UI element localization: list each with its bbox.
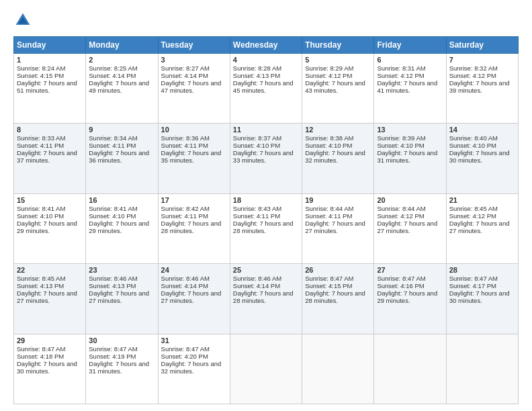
daylight-label: Daylight: 7 hours and 27 minutes. xyxy=(449,220,510,234)
daylight-label: Daylight: 7 hours and 41 minutes. xyxy=(377,79,437,94)
day-number: 19 xyxy=(305,196,371,204)
calendar-cell: 29Sunrise: 8:47 AMSunset: 4:18 PMDayligh… xyxy=(14,334,86,404)
daylight-label: Daylight: 7 hours and 31 minutes. xyxy=(377,149,437,164)
day-number: 27 xyxy=(377,266,443,274)
day-number: 17 xyxy=(161,196,227,204)
day-number: 25 xyxy=(233,266,299,274)
calendar-cell xyxy=(230,334,302,404)
day-number: 2 xyxy=(89,56,154,64)
calendar-cell: 2Sunrise: 8:25 AMSunset: 4:14 PMDaylight… xyxy=(86,54,158,124)
sunset-label: Sunset: 4:10 PM xyxy=(305,142,352,149)
day-number: 16 xyxy=(89,196,154,204)
calendar-week-row: 1Sunrise: 8:24 AMSunset: 4:15 PMDaylight… xyxy=(14,54,519,124)
day-header: Friday xyxy=(374,37,446,54)
sunrise-label: Sunrise: 8:45 AM xyxy=(449,205,498,212)
daylight-label: Daylight: 7 hours and 29 minutes. xyxy=(17,220,77,234)
sunrise-label: Sunrise: 8:34 AM xyxy=(89,134,137,142)
day-number: 30 xyxy=(89,336,154,345)
sunrise-label: Sunrise: 8:24 AM xyxy=(17,64,65,72)
day-number: 3 xyxy=(161,56,227,64)
day-number: 10 xyxy=(161,126,227,134)
day-header: Sunday xyxy=(14,37,86,54)
daylight-label: Daylight: 7 hours and 33 minutes. xyxy=(233,149,294,164)
day-number: 7 xyxy=(449,56,515,64)
calendar-cell: 13Sunrise: 8:39 AMSunset: 4:10 PMDayligh… xyxy=(374,124,446,193)
calendar-cell: 9Sunrise: 8:34 AMSunset: 4:11 PMDaylight… xyxy=(86,124,158,193)
sunrise-label: Sunrise: 8:31 AM xyxy=(377,64,425,72)
calendar-cell: 20Sunrise: 8:44 AMSunset: 4:12 PMDayligh… xyxy=(374,193,446,263)
daylight-label: Daylight: 7 hours and 30 minutes. xyxy=(449,289,510,304)
sunrise-label: Sunrise: 8:47 AM xyxy=(161,345,210,353)
sunrise-label: Sunrise: 8:47 AM xyxy=(377,275,425,282)
day-header: Thursday xyxy=(302,37,374,54)
sunset-label: Sunset: 4:13 PM xyxy=(17,282,64,289)
calendar-header-row: SundayMondayTuesdayWednesdayThursdayFrid… xyxy=(14,37,519,54)
logo xyxy=(13,11,35,30)
sunrise-label: Sunrise: 8:46 AM xyxy=(89,275,137,282)
calendar-cell: 17Sunrise: 8:42 AMSunset: 4:11 PMDayligh… xyxy=(158,193,230,263)
sunset-label: Sunset: 4:11 PM xyxy=(161,142,208,149)
day-number: 1 xyxy=(17,56,83,64)
sunset-label: Sunset: 4:10 PM xyxy=(377,142,424,149)
sunset-label: Sunset: 4:11 PM xyxy=(305,212,352,220)
sunrise-label: Sunrise: 8:47 AM xyxy=(449,275,498,282)
sunrise-label: Sunrise: 8:38 AM xyxy=(305,134,353,142)
daylight-label: Daylight: 7 hours and 28 minutes. xyxy=(233,220,294,234)
daylight-label: Daylight: 7 hours and 47 minutes. xyxy=(161,79,222,94)
sunset-label: Sunset: 4:13 PM xyxy=(89,282,136,289)
sunset-label: Sunset: 4:12 PM xyxy=(377,72,424,79)
sunset-label: Sunset: 4:15 PM xyxy=(17,72,64,79)
sunset-label: Sunset: 4:13 PM xyxy=(233,72,280,79)
sunset-label: Sunset: 4:12 PM xyxy=(449,72,496,79)
sunrise-label: Sunrise: 8:47 AM xyxy=(305,275,353,282)
calendar-cell: 21Sunrise: 8:45 AMSunset: 4:12 PMDayligh… xyxy=(446,193,518,263)
daylight-label: Daylight: 7 hours and 27 minutes. xyxy=(377,220,437,234)
calendar-cell: 18Sunrise: 8:43 AMSunset: 4:11 PMDayligh… xyxy=(230,193,302,263)
daylight-label: Daylight: 7 hours and 28 minutes. xyxy=(233,289,294,304)
sunset-label: Sunset: 4:10 PM xyxy=(233,142,280,149)
calendar-cell: 19Sunrise: 8:44 AMSunset: 4:11 PMDayligh… xyxy=(302,193,374,263)
daylight-label: Daylight: 7 hours and 39 minutes. xyxy=(449,79,510,94)
day-number: 12 xyxy=(305,126,371,134)
day-number: 4 xyxy=(233,56,299,64)
daylight-label: Daylight: 7 hours and 28 minutes. xyxy=(305,289,365,304)
sunrise-label: Sunrise: 8:42 AM xyxy=(161,205,210,212)
sunset-label: Sunset: 4:11 PM xyxy=(233,212,280,220)
sunset-label: Sunset: 4:12 PM xyxy=(377,212,424,220)
sunset-label: Sunset: 4:14 PM xyxy=(161,72,208,79)
daylight-label: Daylight: 7 hours and 28 minutes. xyxy=(161,220,222,234)
sunset-label: Sunset: 4:10 PM xyxy=(449,142,496,149)
sunrise-label: Sunrise: 8:37 AM xyxy=(233,134,281,142)
daylight-label: Daylight: 7 hours and 29 minutes. xyxy=(377,289,437,304)
sunset-label: Sunset: 4:11 PM xyxy=(161,212,208,220)
sunrise-label: Sunrise: 8:29 AM xyxy=(305,64,353,72)
calendar-week-row: 15Sunrise: 8:41 AMSunset: 4:10 PMDayligh… xyxy=(14,193,519,263)
daylight-label: Daylight: 7 hours and 30 minutes. xyxy=(449,149,510,164)
sunrise-label: Sunrise: 8:36 AM xyxy=(161,134,210,142)
day-number: 5 xyxy=(305,56,371,64)
sunrise-label: Sunrise: 8:41 AM xyxy=(89,205,137,212)
calendar-cell xyxy=(374,334,446,404)
sunrise-label: Sunrise: 8:28 AM xyxy=(233,64,281,72)
daylight-label: Daylight: 7 hours and 32 minutes. xyxy=(305,149,365,164)
calendar-cell: 31Sunrise: 8:47 AMSunset: 4:20 PMDayligh… xyxy=(158,334,230,404)
daylight-label: Daylight: 7 hours and 36 minutes. xyxy=(89,149,149,164)
calendar-cell: 30Sunrise: 8:47 AMSunset: 4:19 PMDayligh… xyxy=(86,334,158,404)
page: SundayMondayTuesdayWednesdayThursdayFrid… xyxy=(0,0,532,411)
calendar-cell: 5Sunrise: 8:29 AMSunset: 4:12 PMDaylight… xyxy=(302,54,374,124)
logo-icon xyxy=(13,11,32,30)
day-number: 21 xyxy=(449,196,515,204)
sunrise-label: Sunrise: 8:25 AM xyxy=(89,64,137,72)
day-number: 8 xyxy=(17,126,83,134)
sunset-label: Sunset: 4:18 PM xyxy=(17,353,64,360)
daylight-label: Daylight: 7 hours and 30 minutes. xyxy=(17,360,77,375)
calendar-cell: 7Sunrise: 8:32 AMSunset: 4:12 PMDaylight… xyxy=(446,54,518,124)
sunset-label: Sunset: 4:12 PM xyxy=(449,212,496,220)
sunset-label: Sunset: 4:19 PM xyxy=(89,353,136,360)
sunset-label: Sunset: 4:15 PM xyxy=(305,282,352,289)
day-number: 26 xyxy=(305,266,371,274)
day-number: 31 xyxy=(161,336,227,345)
calendar-cell xyxy=(446,334,518,404)
sunset-label: Sunset: 4:17 PM xyxy=(449,282,496,289)
day-header: Wednesday xyxy=(230,37,302,54)
